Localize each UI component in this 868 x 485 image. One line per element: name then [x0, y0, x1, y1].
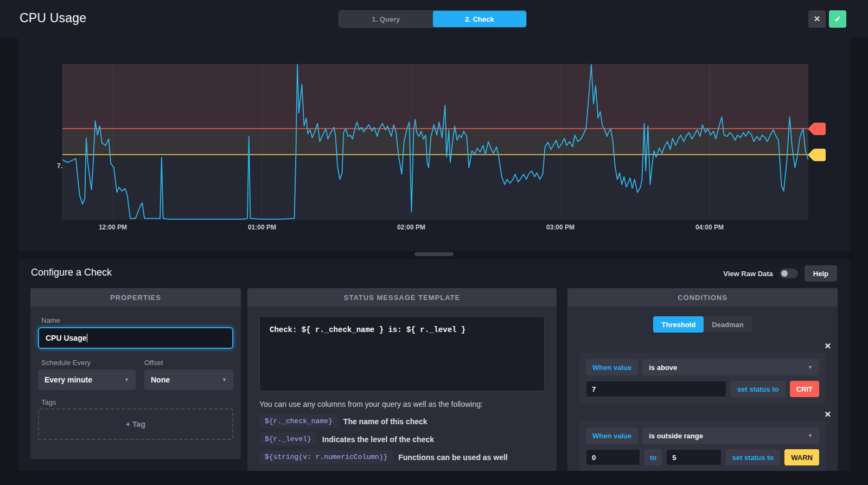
warn-threshold-handle[interactable]: [808, 149, 826, 161]
header-bar: CPU Usage 1. Query 2. Check ✕ ✓: [0, 0, 868, 38]
x-axis-tick: 04:00 PM: [695, 224, 724, 231]
view-raw-data-toggle[interactable]: [780, 269, 798, 278]
check-icon: ✓: [834, 14, 841, 24]
schedule-every-dropdown[interactable]: Every minute ▼: [38, 369, 136, 390]
add-tag-button[interactable]: + Tag: [38, 409, 233, 440]
x-axis: 12:00 PM01:00 PM02:00 PM03:00 PM04:00 PM: [62, 224, 808, 234]
chevron-down-icon: ▼: [222, 377, 227, 382]
toggle-knob: [781, 270, 788, 277]
check-name-input[interactable]: CPU Usage: [38, 327, 233, 349]
when-value-chip: When value: [586, 427, 638, 444]
remove-condition-button[interactable]: ✕: [824, 342, 831, 350]
status-message-header: STATUS MESSAGE TEMPLATE: [247, 288, 557, 307]
schedule-every-label: Schedule Every: [41, 359, 91, 367]
helper-code-chip: ${r._check_name}: [259, 414, 338, 428]
operator-value: is outside range: [649, 432, 703, 440]
crit-status-button[interactable]: CRIT: [790, 381, 819, 397]
view-raw-data-label: View Raw Data: [723, 270, 773, 278]
when-value-chip: When value: [586, 359, 638, 375]
properties-header: PROPERTIES: [30, 288, 241, 307]
chevron-down-icon: ▼: [808, 365, 813, 370]
panel-resize-handle[interactable]: [414, 252, 454, 256]
raw-data-group: View Raw Data Help: [723, 265, 837, 282]
conditions-panel: CONDITIONS Threshold Deadman ✕ When valu…: [567, 288, 838, 471]
helper-desc: Functions can be used as well: [398, 453, 508, 462]
x-axis-tick: 03:00 PM: [546, 224, 575, 231]
helper-desc: Indicates the level of the check: [322, 435, 434, 444]
cancel-button[interactable]: ✕: [808, 10, 826, 28]
close-icon: ✕: [814, 14, 821, 24]
threshold-value-input[interactable]: 7: [586, 381, 726, 397]
conditions-header: CONDITIONS: [567, 288, 838, 307]
tab-query[interactable]: 1. Query: [339, 11, 433, 27]
operator-dropdown[interactable]: is outside range ▼: [642, 427, 819, 444]
template-helper-row: ${r._check_name} The name of this check: [259, 414, 427, 428]
configure-title: Configure a Check: [31, 267, 112, 278]
step-tabs: 1. Query 2. Check: [339, 11, 526, 27]
chevron-down-icon: ▼: [124, 377, 129, 382]
check-name-value: CPU Usage: [46, 334, 86, 342]
properties-panel: PROPERTIES Name CPU Usage Schedule Every…: [30, 288, 241, 459]
operator-value: is above: [649, 363, 677, 372]
operator-dropdown[interactable]: is above ▼: [642, 359, 819, 375]
offset-label: Offset: [144, 359, 163, 367]
x-axis-tick: 01:00 PM: [248, 224, 276, 231]
close-icon: ✕: [824, 410, 831, 419]
offset-value: None: [151, 375, 170, 384]
remove-condition-button[interactable]: ✕: [824, 410, 831, 418]
crit-threshold-handle[interactable]: [808, 123, 826, 135]
tab-check[interactable]: 2. Check: [433, 11, 527, 27]
check-editor-screen: CPU Usage 1. Query 2. Check ✕ ✓ 7.000 12…: [0, 0, 868, 485]
warn-status-button[interactable]: WARN: [784, 449, 819, 465]
name-label: Name: [41, 316, 60, 324]
condition-card-warn: When value is outside range ▼ 0 to 5 set…: [579, 421, 826, 471]
template-helper-row: ${r._level} Indicates the level of the c…: [259, 432, 434, 446]
x-axis-tick: 12:00 PM: [99, 224, 127, 231]
conditions-tabs-wrap: Threshold Deadman: [567, 316, 838, 333]
range-min-input[interactable]: 0: [586, 449, 640, 465]
close-icon: ✕: [824, 341, 831, 350]
tab-threshold[interactable]: Threshold: [653, 316, 704, 333]
helper-code-chip: ${r._level}: [259, 432, 317, 446]
helper-desc: The name of this check: [343, 417, 427, 426]
range-max-input[interactable]: 5: [666, 449, 721, 465]
chevron-down-icon: ▼: [808, 433, 813, 438]
save-check-button[interactable]: ✓: [829, 10, 846, 28]
status-message-panel: STATUS MESSAGE TEMPLATE Check: ${ r._che…: [247, 288, 557, 471]
template-helper-row: ${string(v: r.numericColumn)} Functions …: [259, 450, 508, 464]
schedule-every-value: Every minute: [44, 375, 92, 384]
tags-label: Tags: [41, 398, 56, 406]
set-status-chip: set status to: [731, 381, 786, 397]
configure-check-card: Configure a Check View Raw Data Help PRO…: [18, 259, 850, 471]
text-caret: [87, 334, 87, 342]
x-axis-tick: 02:00 PM: [397, 224, 425, 231]
check-plot: [62, 64, 808, 220]
status-message-template-input[interactable]: Check: ${ r._check_name } is: ${ r._leve…: [259, 316, 545, 391]
offset-dropdown[interactable]: None ▼: [144, 369, 233, 390]
template-help-intro: You can use any columns from your query …: [259, 400, 483, 409]
set-status-chip: set status to: [726, 449, 781, 465]
condition-card-crit: When value is above ▼ 7 set status to CR…: [579, 353, 826, 404]
conditions-tabs: Threshold Deadman: [653, 316, 751, 333]
page-title: CPU Usage: [20, 11, 86, 25]
help-button[interactable]: Help: [805, 265, 837, 282]
to-chip: to: [644, 449, 662, 465]
helper-code-chip: ${string(v: r.numericColumn)}: [259, 450, 393, 464]
tab-deadman[interactable]: Deadman: [704, 316, 752, 333]
